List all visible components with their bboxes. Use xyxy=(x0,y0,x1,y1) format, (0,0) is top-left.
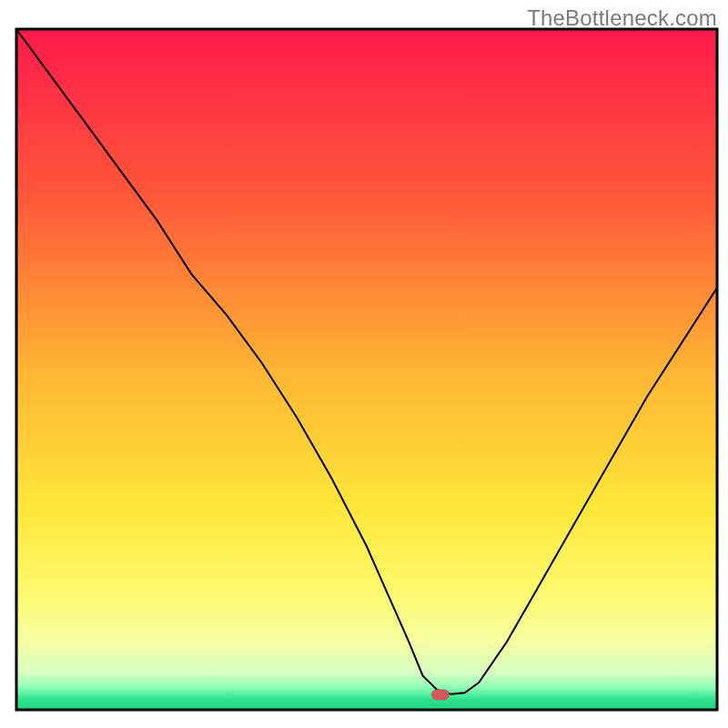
plot-background xyxy=(16,29,717,710)
optimal-marker xyxy=(431,690,450,701)
watermark-label: TheBottleneck.com xyxy=(527,5,717,31)
chart-container: TheBottleneck.com xyxy=(0,0,728,728)
bottleneck-chart xyxy=(0,0,728,728)
